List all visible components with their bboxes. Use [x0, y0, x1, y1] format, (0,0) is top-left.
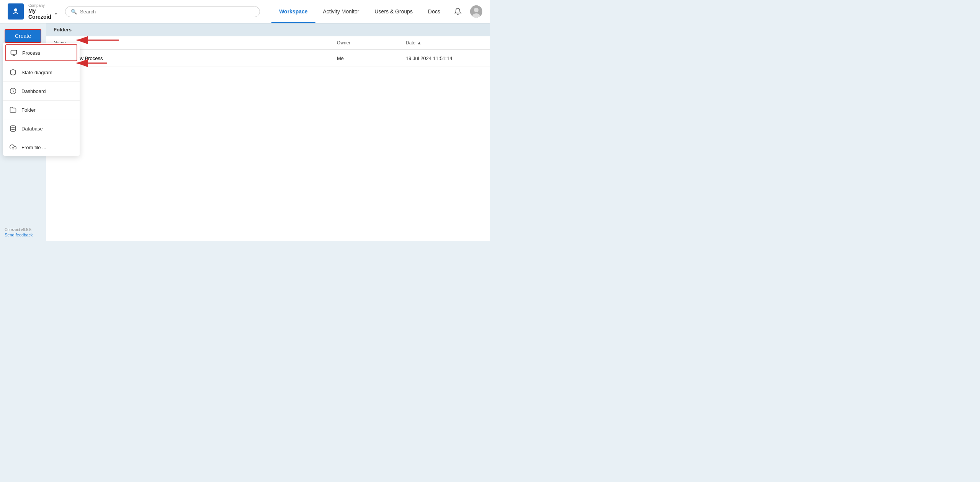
send-feedback-link[interactable]: Send feedback [5, 233, 33, 237]
folder-icon [9, 106, 17, 114]
svg-rect-4 [11, 50, 17, 54]
company-name[interactable]: My Corezoid [28, 8, 58, 20]
database-icon [9, 125, 17, 132]
logo-icon [8, 3, 24, 20]
search-input[interactable] [80, 9, 254, 15]
company-info: Company My Corezoid [28, 3, 58, 20]
svg-point-2 [474, 8, 479, 12]
company-label: Company [28, 3, 58, 8]
dropdown-item-database[interactable]: Database [3, 120, 80, 137]
svg-marker-7 [10, 70, 16, 75]
table-header: Name Owner Date ▲ [46, 36, 490, 50]
nav-right [452, 5, 482, 18]
dropdown-label-state-diagram: State diagram [21, 70, 52, 75]
divider-5 [3, 138, 80, 138]
main-layout: Create Process [0, 23, 490, 241]
version-text: Corezoid v6.5.5 [5, 228, 41, 232]
dashboard-icon [9, 87, 17, 95]
dropdown-label-dashboard: Dashboard [21, 88, 46, 94]
sort-arrow-icon: ▲ [417, 40, 421, 46]
svg-point-0 [14, 8, 17, 11]
divider-4 [3, 119, 80, 119]
page-wrapper: Company My Corezoid 🔍 Workspace Activity… [0, 0, 490, 241]
col-date-header: Date ▲ [406, 40, 482, 46]
logo-area: Company My Corezoid [8, 3, 54, 20]
row-name: New Process [54, 54, 337, 63]
state-diagram-icon [9, 68, 17, 76]
folders-header: Folders [46, 23, 490, 36]
table-row[interactable]: New Process Me 19 Jul 2024 11:51:14 [46, 50, 490, 67]
row-date: 19 Jul 2024 11:51:14 [406, 55, 482, 61]
content-area: Folders Name Owner Date ▲ [46, 23, 490, 241]
dropdown-label-from-file: From file ... [21, 145, 46, 150]
dropdown-item-state-diagram[interactable]: State diagram [3, 64, 80, 81]
footer: Corezoid v6.5.5 Send feedback [0, 224, 46, 241]
search-box: 🔍 [65, 6, 260, 17]
nav-users-groups[interactable]: Users & Groups [367, 0, 421, 23]
dropdown-label-folder: Folder [21, 107, 36, 113]
process-icon [10, 49, 18, 57]
col-owner-header: Owner [337, 40, 406, 46]
dropdown-item-process[interactable]: Process [5, 44, 77, 61]
create-button[interactable]: Create [5, 29, 41, 43]
dropdown-menu: Process State diagram [3, 43, 80, 156]
col-name-header: Name [54, 40, 337, 46]
dropdown-item-folder[interactable]: Folder [3, 101, 80, 118]
row-owner: Me [337, 55, 406, 61]
from-file-icon [9, 143, 17, 151]
search-icon: 🔍 [71, 9, 77, 15]
nav-activity-monitor[interactable]: Activity Monitor [315, 0, 367, 23]
dropdown-label-database: Database [21, 126, 43, 132]
divider-2 [3, 81, 80, 82]
dropdown-item-from-file[interactable]: From file ... [3, 139, 80, 156]
svg-point-9 [10, 126, 16, 128]
search-area: 🔍 [65, 6, 260, 17]
divider-1 [3, 63, 80, 63]
dropdown-label-process: Process [22, 50, 40, 56]
nav-workspace[interactable]: Workspace [271, 0, 315, 23]
avatar[interactable] [470, 5, 482, 18]
nav-docs[interactable]: Docs [420, 0, 448, 23]
header: Company My Corezoid 🔍 Workspace Activity… [0, 0, 490, 23]
bell-icon[interactable] [452, 5, 464, 18]
divider-3 [3, 100, 80, 101]
dropdown-item-dashboard[interactable]: Dashboard [3, 83, 80, 99]
nav-area: Workspace Activity Monitor Users & Group… [271, 0, 448, 23]
sidebar: Create Process [0, 23, 46, 241]
